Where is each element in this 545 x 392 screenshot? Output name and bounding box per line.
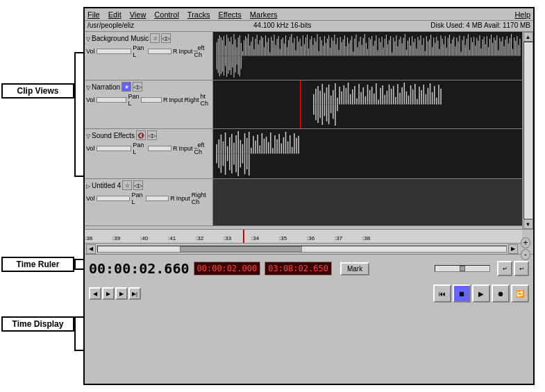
nav-fwd-btn[interactable]: ↩ (514, 261, 529, 276)
track-mute-3[interactable]: 🔇 (136, 130, 146, 140)
track-collapse-2[interactable] (86, 83, 90, 91)
small-play-btn[interactable]: ▶ (102, 287, 115, 300)
shuttle-slider[interactable] (435, 265, 490, 272)
time-ruler-label: Time Ruler (1, 257, 74, 272)
h-scroll-right-btn[interactable]: ▶ (508, 244, 518, 254)
track-vol-slider-1[interactable] (97, 49, 132, 54)
track-vol-slider-2[interactable] (97, 97, 127, 103)
status-disk: Disk Used: 4 MB Avail: 1170 MB (430, 22, 530, 31)
mark-button[interactable]: Mark (340, 262, 369, 275)
track-row-4: Untitled 4 ☆ ◁▷ Vol Pan L R Input Right … (85, 179, 533, 226)
shuttle-slider-container (435, 265, 490, 272)
track-vol-slider-4[interactable] (97, 196, 131, 201)
time-display-row: 00:00:02.660 00:00:02.000 03:08:02.650 M… (85, 255, 533, 282)
track-controls-4: Untitled 4 ☆ ◁▷ Vol Pan L R Input Right … (85, 179, 213, 225)
menu-markers[interactable]: Markers (250, 10, 278, 19)
track-vol-slider-3[interactable] (97, 146, 132, 151)
h-scroll-track[interactable] (97, 246, 507, 253)
menu-bar: File Edit View Control Tracks Effects Ma… (85, 8, 533, 21)
scroll-down-btn[interactable]: ▼ (523, 219, 533, 229)
track-collapse-1[interactable] (86, 35, 90, 42)
transport-stop-btn[interactable]: ⏹ (453, 284, 471, 302)
transport-loop-btn[interactable]: 🔁 (511, 284, 529, 302)
zoom-controls: + - (521, 237, 532, 260)
small-end-btn[interactable]: ▶| (128, 287, 141, 300)
track-name-2: Narration (92, 83, 120, 91)
zoom-out-btn[interactable]: - (521, 249, 530, 260)
app-window: File Edit View Control Tracks Effects Ma… (83, 7, 535, 385)
status-path: /usr/people/eliz (87, 22, 134, 31)
track-row-2: Narration ★ ◁▷ Vol Pan L R Input Right h… (85, 80, 533, 129)
track-waveform-2 (213, 80, 522, 128)
nav-back-btn[interactable]: ↵ (497, 261, 512, 276)
track-star-1[interactable]: ☆ (150, 33, 160, 43)
menu-effects[interactable]: Effects (218, 10, 241, 19)
track-controls-1: Background Music ☆ ◁▷ Vol Pan L R Input … (85, 32, 213, 80)
zoom-in-btn[interactable]: + (521, 237, 530, 248)
play-selection-buttons: ↵ ↩ (497, 261, 529, 276)
menu-help[interactable]: Help (514, 10, 530, 19)
track-star-2[interactable]: ★ (121, 82, 131, 92)
small-nav-buttons: ◀ ▶ ▶ ▶| (89, 287, 141, 300)
time-display-label: Time Display (1, 316, 74, 332)
track-waveform-1 (213, 32, 522, 80)
menu-edit[interactable]: Edit (108, 10, 121, 19)
track-collapse-4[interactable] (86, 182, 90, 189)
bottom-controls: 00:00:02.660 00:00:02.000 03:08:02.650 M… (85, 255, 533, 310)
time-ruler: :38 :39 :40 :41 :32 :33 :34 :35 :36 :37 … (85, 230, 522, 244)
track-name-1: Background Music (92, 35, 149, 42)
track-controls-3: Sound Effects 🔇 ◁▷ Vol Pan L R Input _ef… (85, 129, 213, 178)
track-area: Background Music ☆ ◁▷ Vol Pan L R Input … (85, 32, 533, 230)
status-bar: /usr/people/eliz 44.100 kHz 16-bits Disk… (85, 21, 533, 32)
track-waveform-4 (213, 179, 522, 225)
track-star-4[interactable]: ☆ (122, 180, 132, 190)
track-row-3: Sound Effects 🔇 ◁▷ Vol Pan L R Input _ef… (85, 129, 533, 179)
menu-control[interactable]: Control (154, 10, 178, 19)
track-row-1: Background Music ☆ ◁▷ Vol Pan L R Input … (85, 32, 533, 80)
menu-file[interactable]: File (87, 10, 100, 19)
track-name-3: Sound Effects (92, 132, 135, 139)
vertical-scrollbar[interactable]: ▲ ▼ (522, 32, 533, 229)
menu-tracks[interactable]: Tracks (187, 10, 210, 19)
scroll-up-btn[interactable]: ▲ (523, 32, 533, 42)
track-controls-2: Narration ★ ◁▷ Vol Pan L R Input Right h… (85, 80, 213, 128)
track-pan-slider-4[interactable] (146, 196, 169, 201)
scroll-track[interactable] (523, 42, 533, 219)
track-waveform-3 (213, 129, 522, 178)
track-solo-3[interactable]: ◁▷ (147, 130, 157, 140)
shuttle-thumb[interactable] (460, 266, 465, 271)
track-pan-slider-1[interactable] (148, 49, 171, 54)
h-scroll-thumb[interactable] (180, 246, 302, 252)
status-sample-rate: 44.100 kHz 16-bits (253, 22, 311, 31)
clip-views-label: Clip Views (1, 83, 74, 99)
main-time-display: 00:00:02.660 (89, 260, 190, 277)
h-scroll-left-btn[interactable]: ◀ (86, 244, 96, 254)
transport-row: ◀ ▶ ▶ ▶| ⏮ ⏹ ▶ ⏺ 🔁 (85, 282, 533, 305)
right-ch-label: Right (184, 96, 199, 103)
track-collapse-3[interactable] (86, 132, 90, 139)
horizontal-scrollbar: ◀ ▶ + - (85, 244, 533, 255)
track-name-4: Untitled 4 (92, 182, 121, 189)
track-pan-slider-2[interactable] (141, 97, 161, 103)
small-fwd-btn[interactable]: ▶ (115, 287, 128, 300)
transport-play-btn[interactable]: ▶ (472, 284, 490, 302)
end-time-box: 03:08:02.650 (265, 262, 332, 275)
track-solo-1[interactable]: ◁▷ (161, 33, 171, 43)
menu-view[interactable]: View (130, 10, 146, 19)
track-pan-slider-3[interactable] (148, 146, 171, 151)
track-solo-4[interactable]: ◁▷ (133, 180, 143, 190)
small-back-btn[interactable]: ◀ (89, 287, 101, 300)
start-time-box: 00:00:02.000 (194, 262, 261, 275)
track-solo-2[interactable]: ◁▷ (133, 82, 142, 92)
transport-record-btn[interactable]: ⏺ (492, 284, 510, 302)
transport-rewind-btn[interactable]: ⏮ (433, 284, 451, 302)
